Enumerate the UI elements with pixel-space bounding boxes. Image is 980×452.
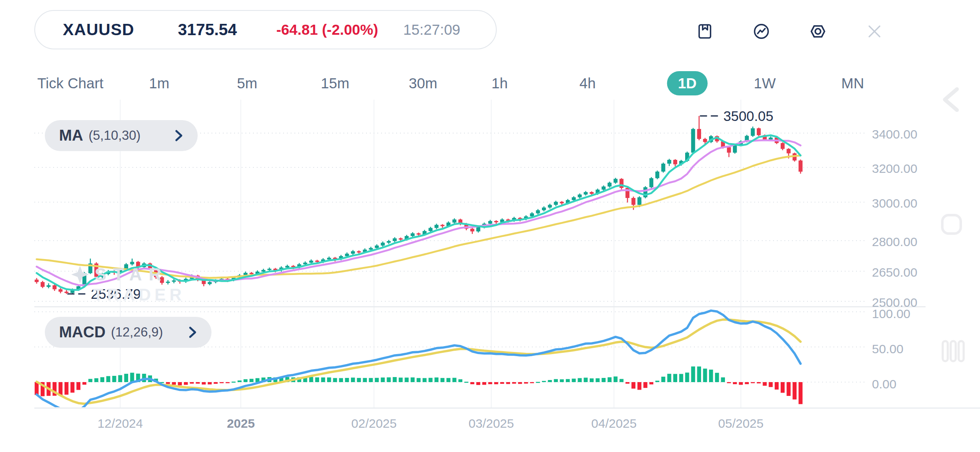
tab-1d[interactable]: 1D	[667, 71, 708, 95]
symbol-header: XAUUSD 3175.54 -64.81 (-2.00%) 15:27:09	[34, 10, 497, 49]
markets-trend-icon	[752, 22, 771, 41]
svg-text:05/2025: 05/2025	[718, 416, 763, 430]
panel-drag-handle[interactable]	[941, 340, 965, 364]
drag-handle-icon	[941, 340, 965, 362]
price-change: -64.81 (-2.00%)	[276, 21, 378, 38]
tab-4h[interactable]: 4h	[569, 71, 607, 95]
tab-30m[interactable]: 30m	[398, 71, 448, 95]
bookmark-button[interactable]	[693, 20, 717, 43]
svg-text:04/2025: 04/2025	[591, 416, 637, 430]
macd-indicator-params: (12,26,9)	[111, 325, 163, 340]
ma-indicator-button[interactable]: MA (5,10,30)	[45, 120, 198, 151]
tab-tick-chart[interactable]: Tick Chart	[26, 71, 114, 95]
timeframe-tabs: Tick Chart 1m 5m 15m 30m 1h 4h 1D 1W MN	[0, 70, 980, 96]
trading-terminal: 3500.052536.793400.003200.003000.002800.…	[0, 0, 980, 452]
tab-1w[interactable]: 1W	[743, 71, 787, 95]
frame-icon	[941, 213, 962, 235]
svg-text:3000.00: 3000.00	[872, 196, 917, 210]
frame-tool-button[interactable]	[941, 213, 962, 237]
tab-5m[interactable]: 5m	[226, 71, 268, 95]
svg-text:0.00: 0.00	[872, 377, 896, 391]
symbol-name: XAUUSD	[63, 21, 134, 39]
chevron-right-icon	[188, 326, 197, 339]
close-icon	[865, 22, 884, 41]
bookmark-icon	[695, 22, 714, 41]
macd-indicator-name: MACD	[59, 324, 106, 341]
server-time: 15:27:09	[403, 21, 460, 38]
last-price: 3175.54	[178, 21, 237, 39]
svg-text:100.00: 100.00	[872, 307, 910, 321]
svg-text:3500.05: 3500.05	[723, 108, 773, 124]
tab-15m[interactable]: 15m	[310, 71, 360, 95]
ma-indicator-params: (5,10,30)	[89, 128, 141, 143]
settings-hexagon-icon	[808, 22, 828, 41]
market-overview-button[interactable]	[750, 20, 773, 43]
chevron-right-icon	[174, 129, 183, 142]
tab-1h[interactable]: 1h	[481, 71, 519, 95]
svg-text:03/2025: 03/2025	[469, 416, 514, 430]
ma-indicator-name: MA	[59, 127, 83, 144]
tab-mn[interactable]: MN	[830, 71, 875, 95]
svg-text:2536.79: 2536.79	[91, 286, 141, 302]
svg-text:2025: 2025	[227, 416, 255, 430]
svg-text:2800.00: 2800.00	[872, 235, 917, 249]
tab-1m[interactable]: 1m	[138, 71, 181, 95]
svg-text:3400.00: 3400.00	[872, 127, 917, 141]
svg-text:2650.00: 2650.00	[872, 265, 917, 279]
macd-indicator-button[interactable]: MACD (12,26,9)	[45, 317, 211, 348]
close-chart-button[interactable]	[863, 20, 886, 43]
chart-settings-button[interactable]	[806, 20, 830, 43]
price-macd-chart[interactable]: 3500.052536.793400.003200.003000.002800.…	[0, 0, 980, 452]
svg-text:02/2025: 02/2025	[351, 416, 397, 430]
svg-text:12/2024: 12/2024	[98, 416, 143, 430]
svg-text:50.00: 50.00	[872, 342, 903, 356]
chart-toolbar	[693, 20, 886, 43]
svg-text:3200.00: 3200.00	[872, 162, 917, 175]
